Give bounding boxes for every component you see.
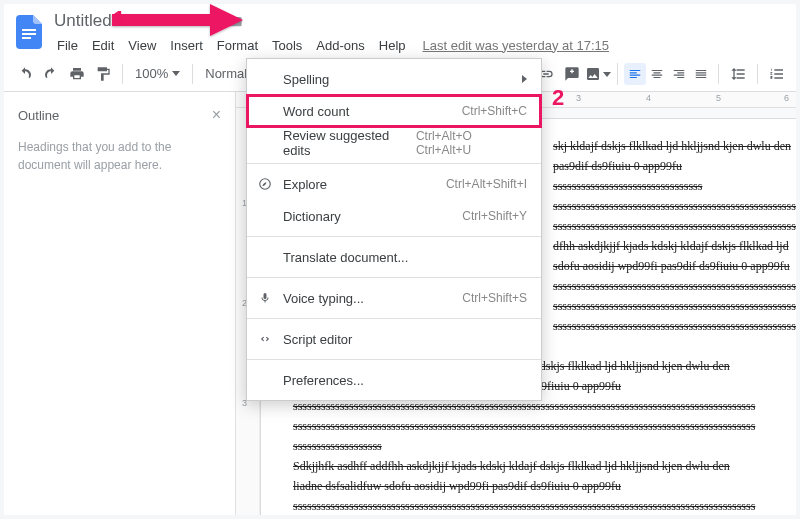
- menu-label: Dictionary: [283, 209, 341, 224]
- tools-explore[interactable]: Explore Ctrl+Alt+Shift+I: [247, 168, 541, 200]
- menu-label: Script editor: [283, 332, 352, 347]
- explore-icon: [257, 176, 273, 192]
- last-edit-link[interactable]: Last edit was yesterday at 17:15: [423, 38, 609, 53]
- tools-voice-typing[interactable]: Voice typing... Ctrl+Shift+S: [247, 282, 541, 314]
- menu-separator: [247, 359, 541, 360]
- menu-shortcut: Ctrl+Alt+Shift+I: [446, 177, 527, 191]
- toolbar-separator: [718, 64, 719, 84]
- insert-image-button[interactable]: [585, 61, 611, 87]
- doc-line: ssssssssssssssssssssssssssssssssssssssss…: [293, 497, 796, 515]
- ruler-tick: 3: [576, 93, 581, 103]
- menu-format[interactable]: Format: [210, 36, 265, 55]
- star-icon[interactable]: [195, 13, 219, 29]
- menu-separator: [247, 318, 541, 319]
- menu-bar: File Edit View Insert Format Tools Add-o…: [50, 34, 609, 56]
- tools-dictionary[interactable]: Dictionary Ctrl+Shift+Y: [247, 200, 541, 232]
- doc-line: sssssssssssssssssss: [293, 437, 796, 455]
- doc-line: ssssssssssssssssssssssssssssssssssssssss…: [293, 417, 796, 435]
- move-folder-icon[interactable]: [219, 13, 243, 29]
- menu-shortcut: Ctrl+Shift+C: [462, 104, 527, 118]
- ruler-tick: 5: [716, 93, 721, 103]
- ruler-tick: 6: [784, 93, 789, 103]
- doc-title[interactable]: Untitled document: [50, 9, 195, 33]
- menu-label: Word count: [283, 104, 349, 119]
- menu-label: Voice typing...: [283, 291, 364, 306]
- menu-label: Translate document...: [283, 250, 408, 265]
- docs-logo[interactable]: [12, 10, 46, 54]
- align-left-button[interactable]: [624, 63, 646, 85]
- svg-rect-1: [22, 33, 36, 35]
- svg-rect-0: [22, 29, 36, 31]
- menu-label: Spelling: [283, 72, 329, 87]
- script-editor-icon: [257, 331, 273, 347]
- microphone-icon: [257, 290, 273, 306]
- menu-view[interactable]: View: [121, 36, 163, 55]
- toolbar-separator: [757, 64, 758, 84]
- tools-word-count[interactable]: Word count Ctrl+Shift+C: [247, 95, 541, 127]
- print-button[interactable]: [64, 61, 90, 87]
- outline-hint: Headings that you add to the document wi…: [4, 130, 235, 182]
- menu-shortcut: Ctrl+Alt+O Ctrl+Alt+U: [416, 129, 527, 157]
- insert-comment-button[interactable]: [559, 61, 585, 87]
- toolbar-separator: [192, 64, 193, 84]
- menu-tools[interactable]: Tools: [265, 36, 309, 55]
- doc-line: liadne dsfsalidfuw sdofu aosidij wpd99fi…: [293, 477, 796, 495]
- outline-close-button[interactable]: ×: [212, 106, 221, 124]
- ruler-tick: 4: [646, 93, 651, 103]
- menu-edit[interactable]: Edit: [85, 36, 121, 55]
- doc-line: Sdkjjhfk asdhff addfhh askdjkjjf kjads k…: [293, 457, 796, 475]
- tools-preferences[interactable]: Preferences...: [247, 364, 541, 396]
- menu-label: Review suggested edits: [283, 128, 416, 158]
- caret-down-icon: [172, 71, 180, 76]
- svg-rect-2: [22, 37, 31, 39]
- tools-translate[interactable]: Translate document...: [247, 241, 541, 273]
- toolbar-separator: [122, 64, 123, 84]
- menu-addons[interactable]: Add-ons: [309, 36, 371, 55]
- menu-label: Preferences...: [283, 373, 364, 388]
- outline-pane: Outline × Headings that you add to the d…: [4, 92, 236, 515]
- zoom-value: 100%: [135, 66, 168, 81]
- paint-format-button[interactable]: [90, 61, 116, 87]
- caret-down-icon: [603, 72, 611, 77]
- align-right-button[interactable]: [668, 63, 690, 85]
- menu-separator: [247, 277, 541, 278]
- submenu-arrow-icon: [522, 75, 527, 83]
- align-justify-button[interactable]: [690, 63, 712, 85]
- menu-shortcut: Ctrl+Shift+Y: [462, 209, 527, 223]
- align-center-button[interactable]: [646, 63, 668, 85]
- tools-spelling[interactable]: Spelling: [247, 63, 541, 95]
- undo-button[interactable]: [12, 61, 38, 87]
- menu-separator: [247, 163, 541, 164]
- tools-dropdown: Spelling Word count Ctrl+Shift+C Review …: [246, 58, 542, 401]
- menu-separator: [247, 236, 541, 237]
- zoom-select[interactable]: 100%: [129, 66, 186, 81]
- menu-insert[interactable]: Insert: [163, 36, 210, 55]
- numbered-list-button[interactable]: [764, 61, 790, 87]
- tools-script-editor[interactable]: Script editor: [247, 323, 541, 355]
- menu-help[interactable]: Help: [372, 36, 413, 55]
- menu-label: Explore: [283, 177, 327, 192]
- tools-review-suggested-edits[interactable]: Review suggested edits Ctrl+Alt+O Ctrl+A…: [247, 127, 541, 159]
- menu-shortcut: Ctrl+Shift+S: [462, 291, 527, 305]
- menu-file[interactable]: File: [50, 36, 85, 55]
- redo-button[interactable]: [38, 61, 64, 87]
- line-spacing-button[interactable]: [725, 61, 751, 87]
- outline-title: Outline: [18, 108, 59, 123]
